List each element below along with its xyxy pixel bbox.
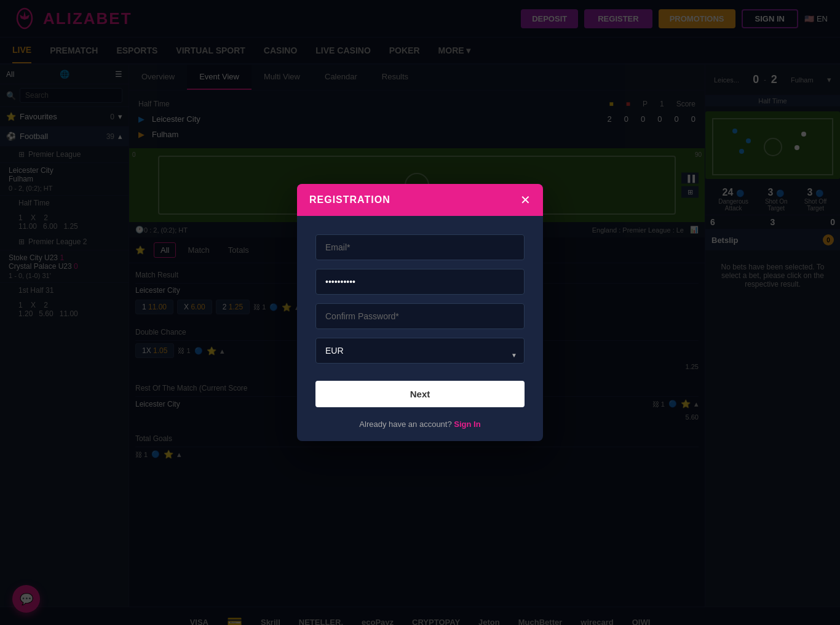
modal-body: EUR USD GBP BTC Next Already have an acc… [297, 216, 543, 441]
modal-footer: Already have an account? Sign In [315, 420, 525, 429]
currency-select[interactable]: EUR USD GBP BTC [315, 338, 525, 364]
modal-header: REGISTRATION ✕ [297, 184, 543, 216]
signin-link[interactable]: Sign In [454, 420, 480, 429]
modal-title: REGISTRATION [309, 194, 390, 205]
modal-overlay: REGISTRATION ✕ EUR USD GBP BTC Next Alre… [0, 0, 840, 625]
email-input[interactable] [315, 234, 525, 260]
confirm-password-input[interactable] [315, 303, 525, 329]
next-button[interactable]: Next [315, 381, 525, 407]
currency-select-wrapper: EUR USD GBP BTC [315, 338, 525, 372]
modal-close-button[interactable]: ✕ [520, 194, 531, 206]
password-input[interactable] [315, 269, 525, 295]
already-account-text: Already have an account? [359, 420, 454, 429]
registration-modal: REGISTRATION ✕ EUR USD GBP BTC Next Alre… [297, 184, 543, 441]
